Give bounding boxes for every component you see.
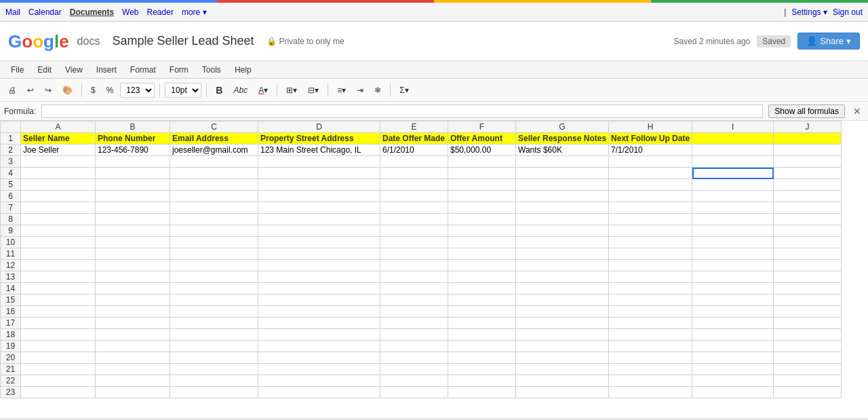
cell[interactable] [170, 375, 258, 387]
cell[interactable] [448, 352, 516, 364]
cell[interactable] [380, 214, 448, 225]
cell[interactable] [258, 283, 380, 294]
cell[interactable] [516, 202, 609, 214]
col-header-b[interactable]: B [96, 121, 170, 133]
row-header[interactable]: 8 [1, 214, 21, 225]
cell[interactable] [609, 329, 692, 341]
menu-edit[interactable]: Edit [32, 64, 57, 76]
cell[interactable] [380, 168, 448, 179]
align-button[interactable]: ≡▾ [333, 83, 350, 97]
row-header[interactable]: 9 [1, 225, 21, 237]
cell[interactable] [609, 283, 692, 294]
text-color-button[interactable]: A▾ [254, 83, 272, 97]
number-format-select[interactable]: 123 [120, 83, 155, 98]
cell[interactable] [774, 294, 842, 306]
cell[interactable] [380, 260, 448, 271]
cell[interactable] [692, 191, 774, 202]
cell[interactable] [448, 341, 516, 352]
cell[interactable] [448, 225, 516, 237]
row-header[interactable]: 6 [1, 191, 21, 202]
cell[interactable] [692, 179, 774, 191]
row-header[interactable]: 22 [1, 375, 21, 387]
cell[interactable] [21, 156, 96, 168]
cell[interactable] [609, 225, 692, 237]
cell[interactable] [774, 375, 842, 387]
col-header-h[interactable]: H [609, 121, 692, 133]
cell[interactable] [380, 318, 448, 329]
cell[interactable] [21, 375, 96, 387]
cell[interactable] [448, 191, 516, 202]
cell[interactable] [380, 352, 448, 364]
cell[interactable] [774, 191, 842, 202]
row-header[interactable]: 16 [1, 306, 21, 318]
cell-c1[interactable]: Email Address [170, 133, 258, 145]
cell[interactable] [774, 260, 842, 271]
cell[interactable] [609, 202, 692, 214]
cell[interactable] [692, 271, 774, 283]
cell[interactable] [96, 156, 170, 168]
cell[interactable] [258, 202, 380, 214]
row-header[interactable]: 18 [1, 329, 21, 341]
cell[interactable] [96, 260, 170, 271]
cell-e1[interactable]: Date Offer Made [380, 133, 448, 145]
cell[interactable] [170, 156, 258, 168]
cell[interactable] [258, 260, 380, 271]
cell[interactable] [380, 237, 448, 248]
cell[interactable] [692, 329, 774, 341]
cell[interactable] [21, 179, 96, 191]
cell[interactable] [96, 202, 170, 214]
cell[interactable] [21, 294, 96, 306]
cell[interactable] [21, 341, 96, 352]
cell[interactable] [692, 352, 774, 364]
cell[interactable] [21, 225, 96, 237]
cell[interactable] [692, 202, 774, 214]
cell[interactable] [258, 248, 380, 260]
formula-input[interactable] [41, 104, 763, 118]
cell[interactable] [609, 260, 692, 271]
cell[interactable] [448, 168, 516, 179]
cell[interactable] [170, 202, 258, 214]
cell[interactable] [516, 352, 609, 364]
cell[interactable] [448, 364, 516, 375]
col-header-c[interactable]: C [170, 121, 258, 133]
row-header[interactable]: 20 [1, 352, 21, 364]
bold-button[interactable]: B [212, 83, 226, 98]
cell[interactable] [774, 306, 842, 318]
cell[interactable] [692, 248, 774, 260]
doc-title[interactable]: Sample Seller Lead Sheet [112, 34, 254, 48]
col-header-e[interactable]: E [380, 121, 448, 133]
cell[interactable] [258, 225, 380, 237]
cell[interactable] [170, 225, 258, 237]
cell[interactable] [96, 214, 170, 225]
cell[interactable] [170, 341, 258, 352]
cell[interactable] [380, 375, 448, 387]
cell[interactable] [516, 318, 609, 329]
cell[interactable] [774, 156, 842, 168]
cell[interactable] [21, 329, 96, 341]
cell[interactable] [170, 191, 258, 202]
cell-h2[interactable]: 7/1/2010 [609, 145, 692, 156]
cell[interactable] [258, 375, 380, 387]
cell[interactable] [170, 168, 258, 179]
cell[interactable] [448, 260, 516, 271]
cell[interactable] [96, 225, 170, 237]
cell[interactable] [21, 168, 96, 179]
cell[interactable] [516, 156, 609, 168]
font-size-select[interactable]: 10pt [165, 83, 201, 98]
cell[interactable] [380, 283, 448, 294]
borders-button[interactable]: ⊞▾ [282, 83, 301, 97]
cell[interactable] [609, 352, 692, 364]
cell[interactable] [170, 329, 258, 341]
cell[interactable] [258, 387, 380, 398]
cell[interactable] [774, 202, 842, 214]
cell[interactable] [516, 375, 609, 387]
cell[interactable] [774, 168, 842, 179]
menu-insert[interactable]: Insert [91, 64, 122, 76]
menu-help[interactable]: Help [229, 64, 257, 76]
cell[interactable] [692, 260, 774, 271]
cell[interactable] [258, 364, 380, 375]
cell[interactable] [774, 225, 842, 237]
cell[interactable] [21, 283, 96, 294]
cell[interactable] [258, 318, 380, 329]
menu-view[interactable]: View [60, 64, 88, 76]
